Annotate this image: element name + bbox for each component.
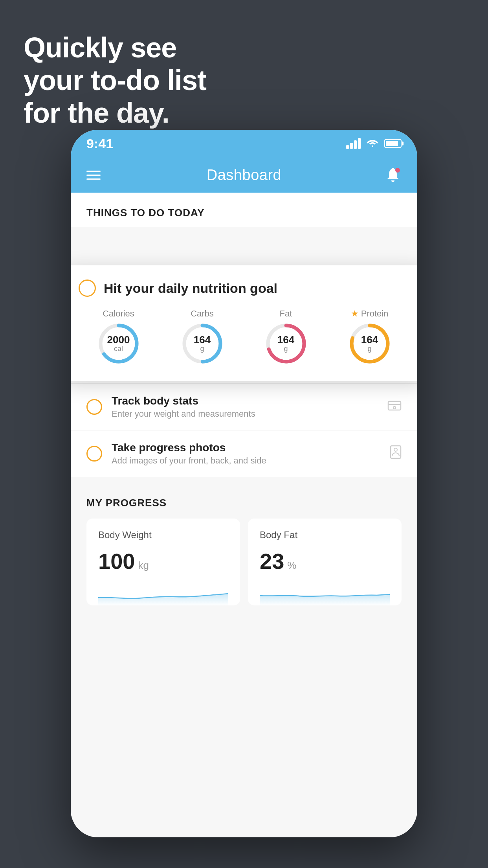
body-stats-desc: Enter your weight and measurements	[112, 409, 378, 419]
phone-frame: 9:41 Dashboard	[71, 130, 417, 837]
star-icon: ★	[351, 309, 359, 319]
hero-line1: Quickly see	[24, 31, 206, 64]
app-content: THINGS TO DO TODAY Hit your daily nutrit…	[71, 193, 417, 837]
progress-cards: Body Weight 100 kg	[86, 519, 402, 605]
signal-icon	[346, 138, 361, 149]
body-weight-unit: kg	[138, 559, 149, 572]
things-section-title: THINGS TO DO TODAY	[86, 207, 402, 227]
hero-text: Quickly see your to-do list for the day.	[24, 31, 206, 129]
svg-point-12	[393, 406, 396, 409]
protein-label: ★ Protein	[351, 309, 389, 319]
body-stats-name: Track body stats	[112, 395, 378, 407]
hero-line3: for the day.	[24, 97, 206, 129]
calories-value: 2000	[107, 335, 130, 345]
protein-value: 164	[361, 335, 378, 345]
body-fat-value: 23 %	[260, 548, 390, 574]
card-title: Hit your daily nutrition goal	[104, 281, 277, 296]
nutrition-protein: ★ Protein 164 g	[330, 309, 409, 365]
todo-progress-photos[interactable]: Take progress photos Add images of your …	[71, 430, 417, 477]
scale-icon	[387, 399, 402, 415]
wifi-icon	[366, 137, 379, 150]
calories-label: Calories	[103, 309, 134, 319]
calories-unit: cal	[107, 345, 130, 353]
svg-point-0	[372, 145, 373, 147]
svg-point-14	[394, 448, 397, 451]
progress-section-title: MY PROGRESS	[86, 497, 402, 509]
body-fat-card[interactable]: Body Fat 23 %	[248, 519, 402, 605]
nutrition-check-circle[interactable]	[79, 280, 96, 297]
body-weight-title: Body Weight	[98, 530, 228, 541]
svg-point-1	[395, 168, 400, 173]
body-fat-number: 23	[260, 548, 284, 574]
carbs-label: Carbs	[191, 309, 214, 319]
todo-body-stats[interactable]: Track body stats Enter your weight and m…	[71, 384, 417, 430]
hero-line2: your to-do list	[24, 64, 206, 97]
body-weight-number: 100	[98, 548, 135, 574]
carbs-unit: g	[194, 345, 211, 353]
header-title: Dashboard	[207, 167, 281, 184]
app-header: Dashboard	[71, 157, 417, 193]
body-fat-unit: %	[287, 559, 296, 572]
card-header: Hit your daily nutrition goal	[79, 280, 409, 297]
progress-photos-name: Take progress photos	[112, 441, 380, 454]
fat-unit: g	[277, 345, 294, 353]
status-icons	[346, 137, 402, 150]
body-fat-chart	[260, 582, 390, 605]
progress-photos-desc: Add images of your front, back, and side	[112, 456, 380, 466]
status-time: 9:41	[86, 136, 113, 151]
svg-rect-13	[391, 446, 401, 458]
nutrition-calories: Calories 2000 cal	[79, 309, 158, 365]
protein-ring: 164 g	[348, 322, 391, 365]
progress-photos-check-circle	[86, 446, 102, 462]
todo-progress-photos-text: Take progress photos Add images of your …	[112, 441, 380, 466]
things-section: THINGS TO DO TODAY	[71, 193, 417, 227]
carbs-ring: 164 g	[181, 322, 224, 365]
fat-ring: 164 g	[264, 322, 308, 365]
fat-label: Fat	[280, 309, 292, 319]
nutrition-carbs: Carbs 164 g	[162, 309, 242, 365]
body-weight-value: 100 kg	[98, 548, 228, 574]
bell-icon[interactable]	[384, 166, 402, 184]
body-fat-title: Body Fat	[260, 530, 390, 541]
carbs-value: 164	[194, 335, 211, 345]
status-bar: 9:41	[71, 130, 417, 157]
protein-unit: g	[361, 345, 378, 353]
battery-icon	[384, 139, 402, 148]
hamburger-menu[interactable]	[86, 171, 101, 180]
floating-nutrition-card: Hit your daily nutrition goal Calories 2…	[71, 265, 417, 381]
body-weight-chart	[98, 582, 228, 605]
nutrition-fat: Fat 164 g	[246, 309, 326, 365]
fat-value: 164	[277, 335, 294, 345]
progress-section: MY PROGRESS Body Weight 100 kg	[71, 477, 417, 605]
todo-body-stats-text: Track body stats Enter your weight and m…	[112, 395, 378, 419]
body-weight-card[interactable]: Body Weight 100 kg	[86, 519, 240, 605]
body-stats-check-circle	[86, 399, 102, 415]
person-icon	[390, 445, 402, 463]
nutrition-grid: Calories 2000 cal Carbs	[79, 309, 409, 365]
calories-ring: 2000 cal	[97, 322, 140, 365]
